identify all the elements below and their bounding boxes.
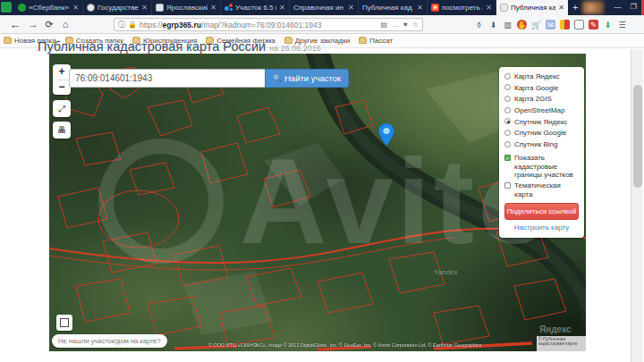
radio-icon[interactable]	[504, 73, 511, 80]
radio-icon[interactable]	[504, 84, 511, 90]
tab-close-icon[interactable]: ✕	[486, 4, 492, 12]
layer-option-label: Карта 2GIS	[514, 95, 552, 103]
sidebar-ext-icon[interactable]	[574, 20, 584, 29]
forward-button[interactable]: →	[25, 19, 41, 29]
radio-icon[interactable]	[504, 141, 511, 147]
share-link-button[interactable]: Поделиться ссылкой	[504, 203, 579, 220]
cart-icon[interactable]: 🛒	[531, 20, 541, 29]
layer-option-3[interactable]: OpenStreetMap	[504, 106, 579, 114]
tab-title: Ярославский о	[166, 4, 208, 12]
pocket-icon[interactable]: ♥	[403, 21, 408, 29]
site-info-icon[interactable]: ⓘ	[118, 20, 125, 29]
checkbox-icon[interactable]: ✓	[504, 155, 511, 161]
layers-panel: Карта ЯндексКарта GoogleКарта 2GISOpenSt…	[499, 67, 584, 238]
bookmark-label: Пассат	[369, 37, 393, 45]
layer-option-2[interactable]: Карта 2GIS	[504, 95, 579, 103]
layer-option-1[interactable]: Карта Google	[504, 84, 579, 92]
browser-tab-2[interactable]: Ярославский о✕	[152, 0, 221, 15]
bookmark-item-5[interactable]: Пассат	[359, 37, 393, 45]
checkbox-label: Показать кадастровые границы участков	[514, 154, 579, 179]
customize-map-link[interactable]: Настроить карту	[504, 223, 579, 232]
page-scrollbar[interactable]	[631, 49, 643, 362]
radio-icon[interactable]	[504, 130, 511, 136]
download-icon[interactable]: ⬇	[488, 20, 498, 29]
layer-option-label: Спутник Bing	[514, 140, 557, 148]
folder-icon	[359, 38, 367, 44]
edit-ext-icon[interactable]: ✎	[589, 20, 598, 29]
browser-tab-5[interactable]: Публичная кад✕	[359, 0, 428, 15]
layer-option-label: Карта Яндекс	[514, 72, 560, 80]
not-found-button[interactable]: Не нашли участок/дом на карте?	[52, 334, 167, 348]
browser-tab-bar: «Сбербанк» - О✕Государствен✕Ярославский …	[0, 0, 644, 15]
address-bar[interactable]: ⓘ 🔒 https://egrp365.ru/map/?kadnum=76:09…	[114, 18, 423, 31]
tab-title: Государствен	[97, 4, 139, 12]
browser-tab-6[interactable]: Япосмотреть зем✕	[428, 0, 496, 15]
menu-icon[interactable]: ☰	[617, 20, 627, 29]
browser-tab-0[interactable]: «Сбербанк» - О✕	[14, 0, 83, 15]
adblock-icon[interactable]: ✋	[517, 20, 527, 29]
reader-mode-icon[interactable]: ▤	[381, 21, 388, 29]
zoom-in-button[interactable]: +	[53, 64, 71, 80]
layer-option-0[interactable]: Карта Яндекс	[504, 72, 579, 80]
ya-favicon-icon: Я	[431, 4, 439, 12]
checkbox-icon[interactable]	[504, 182, 511, 189]
page-actions-icon[interactable]: …	[392, 21, 399, 29]
cadastral-number-input[interactable]	[69, 69, 265, 88]
back-button[interactable]: ←	[5, 18, 25, 31]
sberbank-favicon-icon	[18, 4, 26, 12]
emblem-favicon-icon	[87, 4, 95, 12]
layer-option-label: Спутник Google	[514, 129, 566, 137]
lock-icon: 🔒	[128, 21, 137, 29]
print-button[interactable]: 🖶	[53, 122, 71, 139]
browser-tab-1[interactable]: Государствен✕	[83, 0, 152, 15]
tab-close-icon[interactable]: ✕	[72, 4, 79, 12]
browser-toolbar: ← → ⟳ ⌂ ⓘ 🔒 https://egrp365.ru/map/?kadn…	[0, 15, 644, 34]
find-parcel-button[interactable]: 🔍 Найти участок	[265, 69, 349, 88]
savefrom-icon[interactable]: ⬇	[603, 20, 613, 29]
tab-close-icon[interactable]: ✕	[417, 4, 423, 12]
refresh-button[interactable]: ⟳	[41, 19, 57, 30]
yandex-logo: Яндекс	[539, 324, 572, 334]
layer-option-label: Спутник Яндекс	[514, 118, 567, 126]
pocket-ext-icon[interactable]: ⚱	[474, 20, 484, 29]
search-bar: 🔍 Найти участок	[69, 69, 349, 88]
scrollbar-thumb[interactable]	[633, 85, 642, 188]
radio-icon[interactable]	[504, 107, 511, 114]
measure-button[interactable]: ⤢	[53, 100, 71, 117]
layer-option-6[interactable]: Спутник Bing	[504, 140, 579, 148]
map-checkbox-0[interactable]: ✓Показать кадастровые границы участков	[504, 154, 579, 179]
layer-option-label: OpenStreetMap	[514, 106, 564, 114]
dots-favicon-icon	[225, 4, 233, 12]
yandex-map-watermark: Yandex	[434, 268, 458, 276]
search-icon: 🔍	[273, 74, 282, 82]
home-button[interactable]: ⌂	[57, 19, 73, 29]
bookmark-star-icon[interactable]: ☆	[412, 21, 419, 29]
new-tab-button[interactable]: +	[568, 0, 582, 15]
browser-tab-7[interactable]: Публичная кад✕	[496, 0, 568, 15]
mail-icon[interactable]: ✉	[546, 20, 555, 29]
browser-tab-3[interactable]: Участок 6.5 га✕	[221, 0, 290, 15]
page-title: Публичная кадастровая карта России на 26…	[38, 39, 321, 54]
location-pin-icon[interactable]	[378, 123, 394, 147]
tab-close-icon[interactable]: ✕	[348, 4, 354, 12]
cadastral-map[interactable]: Avito Yandex + − ⤢ 🖶 🔍 Найти участок Кар…	[49, 54, 586, 351]
radio-icon[interactable]	[504, 118, 511, 124]
layer-option-5[interactable]: Спутник Google	[504, 129, 579, 137]
window-minimize-button[interactable]: —	[609, 0, 625, 15]
library-icon[interactable]: ▥	[503, 20, 513, 29]
tab-close-icon[interactable]: ✕	[558, 4, 564, 12]
browser-tab-4[interactable]: Справочная ин✕	[290, 0, 359, 15]
layer-option-4[interactable]: Спутник Яндекс	[504, 118, 579, 126]
radio-icon[interactable]	[504, 96, 511, 102]
folder-icon	[4, 38, 12, 44]
tab-title: Участок 6.5 га	[235, 4, 276, 12]
checkbox-label: Тематическая карта	[514, 181, 579, 198]
window-maximize-button[interactable]: ❐	[625, 0, 641, 15]
fullscreen-button[interactable]	[56, 315, 72, 331]
flag-ext-icon[interactable]	[560, 20, 570, 29]
tab-close-icon[interactable]: ✕	[141, 4, 148, 12]
map-checkbox-1[interactable]: Тематическая карта	[504, 181, 579, 198]
tab-close-icon[interactable]: ✕	[279, 4, 285, 12]
tab-close-icon[interactable]: ✕	[210, 4, 216, 12]
zoom-out-button[interactable]: −	[53, 80, 71, 94]
